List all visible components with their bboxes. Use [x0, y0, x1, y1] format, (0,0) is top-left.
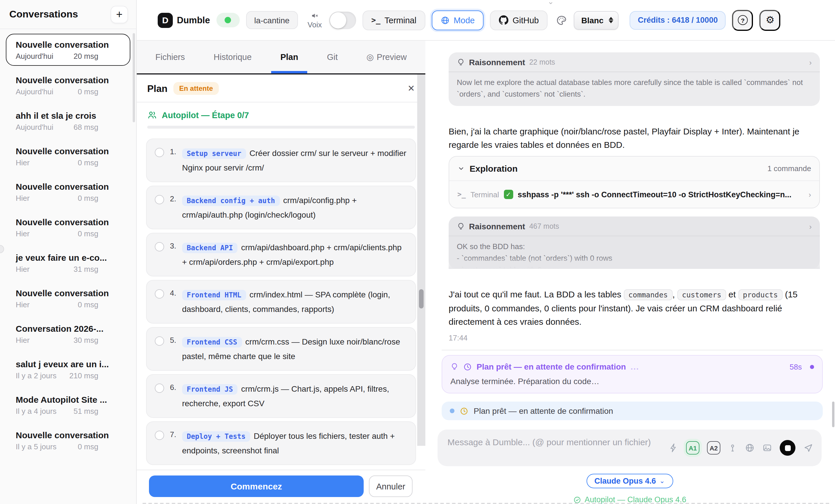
settings-button[interactable]: ⚙	[760, 9, 780, 31]
conversation-count: 0 msg	[78, 300, 120, 309]
plan-step[interactable]: 6. Frontend JScrm/crm.js — Chart.js, app…	[146, 374, 416, 418]
conversation-list: Nouvelle conversation Aujourd'hui20 msg …	[0, 29, 136, 499]
sidebar-scrollbar[interactable]	[133, 33, 135, 122]
conversation-item[interactable]: Nouvelle conversation Il y a 5 jours0 ms…	[6, 424, 130, 456]
conversation-item[interactable]: salut j eveux are un i... Il y a 2 jours…	[6, 353, 130, 385]
conversation-count: 51 msg	[74, 407, 120, 416]
message-timestamp: 17:44	[449, 334, 820, 342]
conversation-title: ahh il et sla je crois	[16, 110, 120, 120]
plan-step[interactable]: 7. Deploy + TestsDéployer tous les fichi…	[146, 421, 416, 465]
step-number: 3.	[170, 242, 176, 269]
terminal-prompt-icon: >_	[457, 190, 466, 199]
image-icon[interactable]	[762, 443, 772, 453]
conversation-item[interactable]: Nouvelle conversation Aujourd'hui20 msg	[6, 34, 130, 66]
conversation-meta: Hier0 msg	[16, 300, 120, 309]
model-selector[interactable]: Claude Opus 4.6 ⌄	[586, 474, 673, 488]
step-radio[interactable]	[155, 195, 164, 204]
chevron-right-icon[interactable]: ›	[809, 190, 811, 199]
divider	[442, 350, 823, 350]
theme-select[interactable]: Blanc	[574, 11, 618, 29]
chevron-right-icon[interactable]: ›	[809, 222, 812, 231]
agent-1-button[interactable]: A1	[686, 441, 699, 455]
conversation-title: Nouvelle conversation	[16, 40, 120, 49]
people-icon	[147, 110, 157, 120]
step-body: Frontend CSScrm/crm.css — Design luxe no…	[182, 335, 407, 363]
status-dot-icon	[450, 408, 454, 413]
new-conversation-button[interactable]: +	[110, 5, 128, 23]
globe-icon	[440, 16, 449, 25]
plan-steps: 1. Setup serveurCréer dossier crm/ sur l…	[137, 128, 425, 471]
stop-button[interactable]	[780, 440, 795, 456]
step-radio[interactable]	[155, 242, 164, 251]
plan-status-badge: En attente	[174, 82, 219, 95]
agent-2-button[interactable]: A2	[707, 441, 720, 455]
globe-icon[interactable]	[745, 443, 755, 453]
gear-icon: ⚙	[766, 15, 775, 25]
autopilot-label: Autopilot — Étape 0/7	[162, 110, 249, 120]
panel-tabs: Fichiers Historique Plan Git ◎Preview	[137, 41, 425, 75]
conversation-item[interactable]: je veux faire un e-co... Hier31 msg	[6, 247, 130, 279]
conversation-meta: Aujourd'hui68 msg	[16, 123, 120, 132]
plan-step[interactable]: 1. Setup serveurCréer dossier crm/ sur l…	[146, 139, 416, 182]
tab-git[interactable]: Git	[326, 42, 339, 72]
chevron-right-icon[interactable]: ›	[809, 58, 812, 67]
palette-icon[interactable]	[556, 14, 567, 26]
reasoning-header[interactable]: Raisonnement 22 mots ›	[449, 53, 820, 72]
conversation-item[interactable]: Nouvelle conversation Hier0 msg	[6, 211, 130, 243]
step-radio[interactable]	[155, 336, 164, 346]
pin-icon[interactable]	[728, 443, 737, 452]
tab-fichiers[interactable]: Fichiers	[154, 42, 186, 72]
reasoning-header[interactable]: Raisonnement 467 mots ›	[449, 217, 820, 236]
conversation-title: Nouvelle conversation	[16, 288, 120, 298]
start-button[interactable]: Commencez	[149, 476, 364, 497]
voice-toggle[interactable]	[329, 11, 356, 29]
reasoning-block[interactable]: Raisonnement 22 mots › Now let me explor…	[449, 53, 820, 106]
conversation-item[interactable]: Nouvelle conversation Hier0 msg	[6, 282, 130, 314]
tab-historique[interactable]: Historique	[212, 42, 253, 72]
plan-step[interactable]: 2. Backend config + authcrm/api/config.p…	[146, 186, 416, 229]
message-text: ,	[672, 289, 677, 299]
plan-title: Plan	[147, 83, 168, 94]
close-icon[interactable]: ✕	[408, 83, 415, 94]
voice-label: Voix	[307, 20, 322, 29]
step-radio[interactable]	[155, 384, 164, 393]
window-scrollbar-thumb[interactable]	[832, 402, 834, 427]
conversation-meta: Aujourd'hui0 msg	[16, 87, 120, 96]
clock-icon	[463, 362, 472, 371]
send-icon[interactable]	[803, 443, 813, 453]
plan-step[interactable]: 4. Frontend HTMLcrm/index.html — SPA com…	[146, 280, 416, 324]
terminal-command-row[interactable]: >_ Terminal ✓ sshpass -p '***' ssh -o Co…	[449, 181, 819, 208]
step-radio[interactable]	[155, 431, 164, 440]
conversation-item[interactable]: Conversation 2026-... Hier30 msg	[6, 318, 130, 350]
conversation-meta: Hier30 msg	[16, 336, 120, 345]
conversation-item[interactable]: ahh il et sla je crois Aujourd'hui68 msg	[6, 105, 130, 137]
conversation-item[interactable]: Nouvelle conversation Hier0 msg	[6, 140, 130, 172]
help-button[interactable]: ?	[732, 9, 753, 31]
plan-scrollbar-thumb[interactable]	[419, 289, 424, 308]
conversation-item[interactable]: Nouvelle conversation Aujourd'hui0 msg	[6, 69, 130, 101]
tab-plan[interactable]: Plan	[279, 42, 299, 72]
plan-header: Plan En attente ✕	[137, 75, 425, 102]
tab-preview[interactable]: ◎Preview	[365, 42, 408, 72]
project-pill[interactable]: la-cantine	[246, 11, 298, 29]
conversation-meta: Hier0 msg	[16, 229, 120, 238]
mode-button[interactable]: Mode	[431, 10, 484, 30]
plan-step[interactable]: 5. Frontend CSScrm/crm.css — Design luxe…	[146, 327, 416, 371]
step-radio[interactable]	[155, 289, 164, 299]
plan-step[interactable]: 3. Backend APIcrm/api/dashboard.php + cr…	[146, 233, 416, 277]
conversation-title: Nouvelle conversation	[16, 75, 120, 85]
cancel-button[interactable]: Annuler	[369, 476, 412, 497]
terminal-button[interactable]: >_ Terminal	[363, 10, 425, 30]
reasoning-title: Raisonnement	[469, 58, 525, 67]
lightbulb-icon	[457, 222, 465, 230]
reasoning-block[interactable]: Raisonnement 467 mots › OK so the BDD ha…	[449, 217, 820, 269]
step-radio[interactable]	[155, 148, 164, 157]
plan-scrollbar-track[interactable]	[417, 75, 425, 446]
conversation-item[interactable]: Mode Autopilot Site ... Il y a 4 jours51…	[6, 389, 130, 421]
github-button[interactable]: GitHub	[490, 10, 548, 30]
exploration-header[interactable]: Exploration 1 commande	[449, 157, 819, 181]
conversation-item[interactable]: Nouvelle conversation Hier0 msg	[6, 176, 130, 208]
lightning-icon[interactable]	[669, 443, 678, 453]
help-icon: ?	[738, 15, 748, 25]
step-tag: Backend config + auth	[182, 196, 280, 206]
